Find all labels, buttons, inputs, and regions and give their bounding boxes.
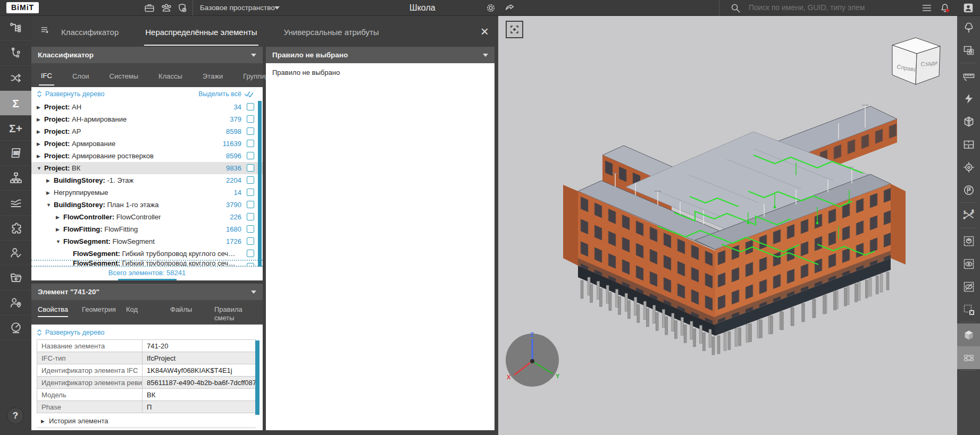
properties-scrollbar[interactable]	[255, 340, 259, 415]
floor-plan-icon[interactable]	[957, 133, 980, 156]
shield-clock-icon[interactable]	[177, 2, 188, 14]
chevron-down-icon[interactable]: ▼	[46, 202, 54, 208]
locate-target-icon[interactable]	[957, 156, 980, 178]
history-expander[interactable]: ▶ История элемента	[37, 414, 256, 428]
expand-properties-button[interactable]: Развернуть дерево	[37, 329, 263, 336]
chevron-right-icon[interactable]: ▶	[56, 215, 63, 220]
tree-row[interactable]: ▶Project: Армирование11639	[31, 138, 263, 150]
tree-row-checkbox[interactable]	[247, 140, 254, 147]
chevron-right-icon[interactable]: ▶	[46, 178, 54, 183]
viewport-3d[interactable]: Справа Сзади Z X Y	[498, 16, 957, 435]
chevron-right-icon[interactable]: ▶	[37, 105, 44, 110]
tree-row[interactable]: FlowSegment: Гибкий трубопровод круглого…	[31, 248, 263, 260]
briefcase-icon[interactable]	[144, 2, 155, 14]
user-account-icon[interactable]	[962, 2, 974, 14]
property-row[interactable]: PhaseП	[37, 401, 256, 413]
help-button[interactable]: ?	[7, 407, 24, 424]
trend-chart-icon[interactable]	[0, 191, 31, 216]
tree-row[interactable]: ▼FlowSegment: FlowSegment1726	[31, 235, 263, 248]
bottom-scrollbar[interactable]	[118, 279, 177, 280]
tree-row-checkbox[interactable]	[247, 115, 254, 123]
tree-row-checkbox[interactable]	[247, 164, 254, 172]
property-row[interactable]: Идентификатор элемента реви...85611187-e…	[37, 377, 256, 389]
select-all-button[interactable]: Выделить всё	[198, 90, 255, 98]
select-cube-icon[interactable]	[957, 229, 980, 252]
tree-row[interactable]: ▼Project: ВК9836	[31, 162, 263, 174]
classifier-dropdown[interactable]: Классификатор	[31, 47, 263, 63]
panel-tab-2[interactable]: Универсальные атрибуты	[283, 18, 380, 46]
list-icon[interactable]	[921, 2, 933, 14]
classifier-subtab-4[interactable]: Этажи	[200, 65, 225, 85]
clear-selection-icon[interactable]	[957, 298, 980, 321]
panel-tab-0[interactable]: Классификатор	[60, 18, 120, 46]
search-input[interactable]	[749, 0, 908, 15]
chevron-right-icon[interactable]: ▶	[37, 129, 44, 134]
tree-row-checkbox[interactable]	[247, 213, 254, 220]
property-row[interactable]: Идентификатор элемента IFC1K84AW4yf068KI…	[37, 364, 256, 377]
tree-row-checkbox[interactable]	[247, 152, 254, 159]
view-cube-icon[interactable]	[957, 323, 980, 346]
flag-icon[interactable]	[957, 178, 980, 201]
puzzle-icon[interactable]	[0, 216, 31, 241]
user-location-icon[interactable]	[0, 291, 31, 315]
select-path-icon[interactable]	[0, 41, 31, 66]
expand-tree-button[interactable]: Развернуть дерево	[37, 90, 104, 98]
classifier-subtab-0[interactable]: IFC	[39, 65, 54, 86]
team-icon[interactable]	[161, 2, 172, 14]
tree-row[interactable]: ▶BuildingStorey: -1. Этаж2204	[31, 174, 263, 186]
notifications-bell-icon[interactable]	[939, 2, 951, 14]
rule-dropdown[interactable]: Правило не выбрано	[266, 47, 495, 63]
chevron-right-icon[interactable]: ▶	[37, 153, 44, 159]
chevron-right-icon[interactable]: ▶	[46, 190, 54, 195]
selection-frame-icon[interactable]	[957, 39, 980, 62]
shuffle-icon[interactable]	[0, 66, 31, 91]
panel-menu-icon[interactable]	[40, 25, 51, 38]
navigation-cube[interactable]: Справа Сзади	[877, 29, 952, 90]
fit-view-button[interactable]	[506, 21, 523, 38]
chevron-right-icon[interactable]: ▶	[37, 117, 44, 122]
share-icon[interactable]	[504, 2, 516, 14]
close-panel-button[interactable]: ×	[481, 26, 489, 37]
sigma-icon[interactable]: Σ	[0, 91, 31, 116]
folder-export-icon[interactable]	[0, 266, 31, 291]
element-tab-2[interactable]: Код	[125, 303, 169, 317]
tree-row[interactable]: ▶Project: Армирование ростверков8596	[31, 150, 263, 162]
chevron-right-icon[interactable]: ▶	[56, 227, 63, 232]
tree-row[interactable]: ▼BuildingStorey: План 1-го этажа3790	[31, 199, 263, 211]
tree-scrollbar[interactable]	[258, 101, 262, 267]
tree-row[interactable]: ▶Project: АН34	[31, 101, 263, 113]
axis-dimension-icon[interactable]: 12	[957, 204, 980, 227]
chevron-down-icon[interactable]: ▼	[56, 239, 63, 244]
search-icon[interactable]	[730, 2, 741, 14]
environment-tree-icon[interactable]	[957, 16, 980, 39]
property-row[interactable]: МодельВК	[37, 389, 256, 401]
show-selected-eye-icon[interactable]	[957, 252, 980, 275]
classifier-subtab-2[interactable]: Системы	[107, 65, 140, 85]
axis-gizmo[interactable]: Z X Y	[502, 330, 562, 390]
ruler-icon[interactable]	[957, 64, 980, 87]
element-tab-3[interactable]: Файлы	[169, 303, 213, 317]
tree-row-checkbox[interactable]	[247, 176, 254, 184]
tree-row-checkbox[interactable]	[247, 103, 254, 110]
cube-section-icon[interactable]	[957, 110, 980, 133]
gauge-icon[interactable]	[0, 315, 31, 340]
tree-row-checkbox[interactable]	[247, 250, 254, 257]
settings-gear-icon[interactable]	[485, 2, 497, 14]
user-check-icon[interactable]	[0, 241, 31, 266]
section-flash-icon[interactable]	[957, 87, 980, 110]
element-tab-4[interactable]: Правила сметы	[213, 303, 257, 326]
tree-row[interactable]: ▶FlowFitting: FlowFitting1680	[31, 223, 263, 235]
sigma-plus-icon[interactable]: Σ+	[0, 116, 31, 141]
workspace-selector[interactable]: Базовое пространство	[200, 0, 275, 15]
tree-row-checkbox[interactable]	[247, 189, 254, 196]
tree-row[interactable]: ▶Project: АН-армирование379	[31, 113, 263, 125]
classifier-subtab-3[interactable]: Классы	[156, 65, 185, 85]
orbit-icon[interactable]	[957, 346, 980, 369]
tree-row[interactable]: ▶Project: АР8598	[31, 125, 263, 138]
chevron-down-icon[interactable]: ▼	[37, 166, 44, 171]
tree-row[interactable]: ▶Негруппируемые14	[31, 186, 263, 199]
property-row[interactable]: IFC-типIfcProject	[37, 352, 256, 364]
org-chart-icon[interactable]	[0, 166, 31, 191]
panel-tab-1[interactable]: Нераспределённые элементы	[144, 18, 258, 46]
tree-row-checkbox[interactable]	[247, 263, 254, 267]
